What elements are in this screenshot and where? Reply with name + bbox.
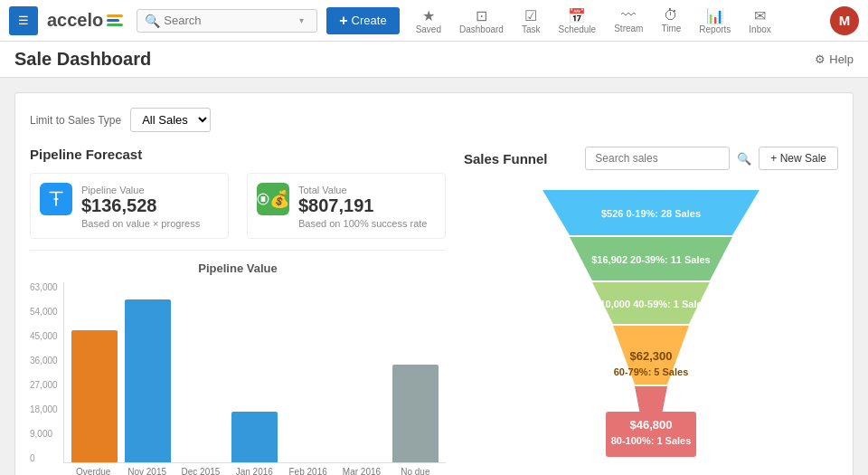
inbox-icon: ✉ bbox=[754, 7, 766, 24]
nav-saved[interactable]: ★ Saved bbox=[409, 4, 448, 38]
nav-inbox[interactable]: ✉ Inbox bbox=[741, 4, 778, 38]
funnel-container: $526 0-19%: 28 Sales $16,902 20-39%: 11 … bbox=[464, 190, 838, 470]
total-value-card: 💰 Total Value $807,191 Based on 100% suc… bbox=[247, 173, 446, 239]
bar-group bbox=[392, 365, 439, 462]
funnel-search-icon: 🔍 bbox=[737, 152, 751, 166]
total-value-label: Total Value bbox=[298, 185, 427, 195]
total-value-info: Total Value $807,191 Based on 100% succe… bbox=[298, 183, 427, 229]
pipeline-title: Pipeline Forecast bbox=[30, 147, 446, 162]
secondary-bar: Sale Dashboard ⚙ Help bbox=[0, 42, 868, 78]
bar-group bbox=[231, 412, 278, 462]
schedule-label: Schedule bbox=[558, 24, 596, 34]
search-dropdown-icon[interactable]: ▾ bbox=[299, 15, 304, 25]
funnel-svg: $526 0-19%: 28 Sales $16,902 20-39%: 11 … bbox=[488, 190, 814, 470]
bar bbox=[231, 412, 278, 462]
time-icon: ⏱ bbox=[664, 7, 678, 24]
saved-label: Saved bbox=[416, 24, 441, 34]
bar bbox=[125, 299, 171, 462]
help-label: Help bbox=[829, 52, 854, 66]
filter-label: Limit to Sales Type bbox=[30, 114, 121, 127]
stream-icon: 〰 bbox=[621, 7, 636, 24]
svg-text:80-100%: 1 Sales: 80-100%: 1 Sales bbox=[611, 435, 692, 446]
new-sale-button[interactable]: + New Sale bbox=[759, 147, 838, 170]
logo-line-2 bbox=[107, 19, 119, 22]
chart-label: Feb 2016 bbox=[285, 467, 331, 475]
chart-bars bbox=[63, 282, 446, 463]
pipeline-values: Pipeline Value $136,528 Based on value ×… bbox=[30, 173, 446, 239]
total-value-amount: $807,191 bbox=[298, 195, 427, 216]
svg-text:$62,300: $62,300 bbox=[630, 349, 673, 363]
pipeline-section: Pipeline Forecast Pipeline Value $136,52… bbox=[30, 147, 446, 475]
svg-text:$46,800: $46,800 bbox=[630, 418, 673, 432]
logo-lines bbox=[107, 14, 123, 26]
avatar[interactable]: M bbox=[830, 6, 859, 35]
search-input[interactable] bbox=[164, 14, 299, 27]
funnel-search-input[interactable] bbox=[585, 147, 730, 170]
chart-label: Overdue bbox=[71, 467, 117, 475]
schedule-icon: 📅 bbox=[568, 7, 586, 24]
chart-label: Nov 2015 bbox=[124, 467, 170, 475]
inbox-label: Inbox bbox=[749, 24, 770, 34]
nav-dashboard[interactable]: ⊡ Dashboard bbox=[452, 4, 511, 38]
pipeline-divider bbox=[30, 250, 446, 251]
nav-schedule[interactable]: 📅 Schedule bbox=[551, 4, 603, 38]
nav-items: ★ Saved ⊡ Dashboard ☑ Task 📅 Schedule 〰 … bbox=[409, 4, 778, 38]
dashboard-icon: ⊡ bbox=[476, 7, 487, 24]
nav-task[interactable]: ☑ Task bbox=[514, 4, 548, 38]
chart-title: Pipeline Value bbox=[30, 261, 446, 275]
logo-line-3 bbox=[107, 24, 123, 26]
stream-label: Stream bbox=[614, 24, 643, 33]
chart-label: Mar 2016 bbox=[338, 467, 384, 475]
time-label: Time bbox=[661, 24, 681, 33]
bar-chart-inner: 0 9,000 18,000 27,000 36,000 45,000 54,0… bbox=[30, 282, 446, 475]
hamburger-icon: ☰ bbox=[18, 14, 29, 27]
sales-type-select[interactable]: All Sales bbox=[130, 108, 211, 132]
svg-text:60-79%: 5 Sales: 60-79%: 5 Sales bbox=[614, 366, 689, 377]
dashboard-card: Limit to Sales Type All Sales Pipeline F… bbox=[14, 92, 854, 475]
filters-row: Limit to Sales Type All Sales bbox=[30, 108, 838, 132]
nav-time[interactable]: ⏱ Time bbox=[654, 4, 688, 37]
svg-text:$10,000  40-59%: 1 Sales: $10,000 40-59%: 1 Sales bbox=[594, 299, 707, 309]
pipeline-value-info: Pipeline Value $136,528 Based on value ×… bbox=[81, 183, 200, 229]
reports-label: Reports bbox=[699, 24, 731, 34]
chart-label: Jan 2016 bbox=[231, 467, 278, 475]
bar bbox=[71, 330, 118, 462]
saved-icon: ★ bbox=[422, 7, 435, 24]
top-section: Pipeline Forecast Pipeline Value $136,52… bbox=[30, 147, 838, 475]
bar-group bbox=[125, 299, 171, 462]
main-content: Limit to Sales Type All Sales Pipeline F… bbox=[0, 78, 868, 475]
logo-line-1 bbox=[107, 14, 123, 17]
hamburger-button[interactable]: ☰ bbox=[9, 6, 38, 35]
funnel-section: Sales Funnel 🔍 + New Sale $526 0-1 bbox=[464, 147, 838, 475]
create-label: Create bbox=[352, 14, 387, 27]
page-title: Sale Dashboard bbox=[14, 49, 151, 70]
chart-label: Dec 2015 bbox=[177, 467, 223, 475]
top-nav: ☰ accelo 🔍 ▾ + Create ★ Saved ⊡ Dashboar… bbox=[0, 0, 868, 42]
chart-y-axis: 0 9,000 18,000 27,000 36,000 45,000 54,0… bbox=[30, 282, 63, 463]
task-icon: ☑ bbox=[524, 7, 537, 24]
funnel-title: Sales Funnel bbox=[464, 151, 548, 166]
nav-reports[interactable]: 📊 Reports bbox=[692, 4, 738, 38]
plus-icon: + bbox=[339, 13, 347, 29]
search-icon: 🔍 bbox=[145, 14, 160, 28]
help-icon: ⚙ bbox=[815, 52, 826, 66]
help-button[interactable]: ⚙ Help bbox=[815, 52, 854, 66]
pipeline-value-card: Pipeline Value $136,528 Based on value ×… bbox=[30, 173, 229, 239]
chart-labels: OverdueNov 2015Dec 2015Jan 2016Feb 2016M… bbox=[63, 463, 446, 475]
total-value-sub: Based on 100% success rate bbox=[298, 218, 427, 229]
dashboard-label: Dashboard bbox=[459, 24, 504, 34]
logo: accelo bbox=[47, 10, 123, 31]
create-button[interactable]: + Create bbox=[326, 7, 399, 34]
chart-bars-container: OverdueNov 2015Dec 2015Jan 2016Feb 2016M… bbox=[63, 282, 446, 475]
bar-group bbox=[71, 330, 118, 462]
task-label: Task bbox=[522, 24, 541, 34]
pipeline-value-amount: $136,528 bbox=[81, 195, 200, 216]
svg-text:$16,902  20-39%: 11 Sales: $16,902 20-39%: 11 Sales bbox=[591, 254, 711, 265]
pipeline-value-label: Pipeline Value bbox=[81, 185, 200, 195]
bar-chart: Pipeline Value 0 9,000 18,000 27,000 36,… bbox=[30, 261, 446, 475]
search-box[interactable]: 🔍 ▾ bbox=[137, 9, 317, 33]
total-icon: 💰 bbox=[257, 183, 289, 215]
logo-text: accelo bbox=[47, 10, 103, 31]
nav-stream[interactable]: 〰 Stream bbox=[607, 4, 650, 37]
reports-icon: 📊 bbox=[706, 7, 724, 24]
